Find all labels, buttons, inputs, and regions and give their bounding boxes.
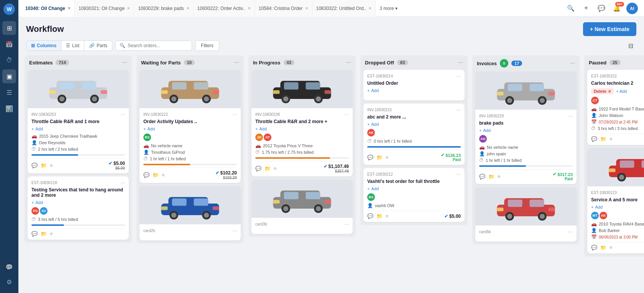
parts-view-button[interactable]: 🔗 Parts — [84, 41, 112, 51]
card-menu-button[interactable]: ··· — [344, 111, 349, 117]
search-input[interactable] — [128, 43, 188, 48]
add-button[interactable]: + — [580, 3, 592, 14]
comment-icon[interactable]: 💬 — [143, 172, 150, 178]
comment-icon[interactable]: 💬 — [591, 136, 597, 142]
column-title: Waiting for Parts — [141, 60, 181, 66]
comment-icon[interactable]: 💬 — [31, 163, 38, 168]
card-menu-button[interactable]: ··· — [568, 229, 573, 235]
tab-5[interactable]: 10584: Cristina Order ✕ — [255, 0, 312, 17]
column-menu-button[interactable]: ··· — [570, 60, 575, 67]
svg-point-9 — [92, 96, 97, 101]
svg-rect-55 — [529, 84, 544, 91]
list-icon[interactable]: ≡ — [162, 172, 165, 178]
folder-icon[interactable]: 📁 — [488, 174, 495, 179]
folder-icon[interactable]: 📁 — [264, 166, 271, 171]
folder-icon[interactable]: 📁 — [600, 245, 606, 250]
sidebar-item-workflow[interactable]: ▣ — [2, 69, 16, 83]
card-menu-button[interactable]: ··· — [344, 221, 349, 227]
comment-icon[interactable]: 💬 — [255, 166, 261, 171]
tab-3-close[interactable]: ✕ — [186, 6, 189, 10]
comment-button[interactable]: 💬 — [596, 3, 607, 14]
delete-tag-close[interactable]: ✕ — [608, 89, 611, 94]
card-add-button[interactable]: + Add — [367, 186, 461, 191]
list-icon[interactable]: ≡ — [610, 245, 613, 250]
sidebar-item-calendar[interactable]: 📅 — [2, 37, 16, 51]
tab-2-label: 10830321: Oil Change — [79, 6, 125, 11]
column-menu-button[interactable]: ··· — [458, 59, 463, 66]
sidebar-item-chart[interactable]: 📊 — [2, 102, 16, 115]
layout-options-button[interactable]: ⊟ — [625, 40, 636, 51]
svg-rect-54 — [508, 84, 522, 91]
list-icon[interactable]: ≡ — [386, 155, 389, 160]
user-avatar[interactable]: AI — [626, 3, 638, 14]
tab-4-close[interactable]: ✕ — [248, 6, 251, 10]
card-add-button[interactable]: + Add — [367, 88, 461, 93]
card-menu-button[interactable]: ··· — [456, 73, 461, 79]
folder-icon[interactable]: 📁 — [376, 213, 383, 219]
sidebar-item-list[interactable]: ☰ — [2, 86, 16, 99]
card-menu-button[interactable]: ··· — [568, 113, 573, 119]
card-add-button[interactable]: + Add — [31, 127, 125, 131]
tab-2-close[interactable]: ✕ — [127, 6, 130, 10]
new-estimate-button[interactable]: + New Estimate — [583, 22, 636, 36]
card-footer: 💬 📁 ≡ ✔$5.00 $5.00 — [31, 158, 125, 170]
card-menu-button[interactable]: ··· — [120, 179, 125, 186]
folder-icon[interactable]: 📁 — [153, 172, 159, 178]
sidebar-item-dashboard[interactable]: ⊞ — [2, 21, 16, 35]
add-tag-button[interactable]: + Add — [616, 89, 627, 94]
card-menu-button[interactable]: ··· — [456, 107, 461, 113]
card-menu-button[interactable]: ··· — [232, 227, 237, 234]
list-icon[interactable]: ≡ — [498, 174, 501, 179]
columns-view-button[interactable]: ⊞ Columns — [26, 41, 61, 51]
svg-rect-71 — [549, 207, 555, 211]
sidebar-item-chat[interactable]: 💬 — [2, 260, 16, 274]
folder-icon[interactable]: 📁 — [41, 163, 47, 168]
sidebar-item-clock[interactable]: ⏱ — [2, 53, 16, 67]
list-view-button[interactable]: ☰ List — [61, 41, 84, 51]
sidebar-item-settings[interactable]: ⚙ — [2, 275, 16, 289]
more-tabs-button[interactable]: 3 more ▾ — [376, 6, 401, 11]
card-menu-button[interactable]: ··· — [456, 171, 461, 177]
comment-icon[interactable]: 💬 — [31, 231, 38, 237]
card-menu-button[interactable]: ··· — [120, 111, 125, 117]
tab-2[interactable]: 10830321: Oil Change ✕ — [75, 0, 134, 17]
tab-6[interactable]: 10830322: Untitled Ord.. ✕ — [312, 0, 376, 17]
card-add-button[interactable]: + Add — [255, 127, 349, 131]
card-menu-button[interactable]: ··· — [232, 111, 237, 117]
list-icon[interactable]: ≡ — [610, 136, 613, 142]
card-add-button[interactable]: + Add — [31, 200, 125, 205]
card-add-button[interactable]: + Add — [367, 122, 461, 127]
column-menu-button[interactable]: ··· — [234, 59, 239, 66]
comment-icon[interactable]: 💬 — [591, 245, 597, 250]
column-title: Dropped Off — [365, 60, 394, 66]
tab-1[interactable]: 10340: Oil Change ✕ — [21, 0, 75, 17]
tab-3[interactable]: 10830229: brake pads ✕ — [134, 0, 193, 17]
list-icon[interactable]: ≡ — [50, 231, 53, 237]
folder-icon[interactable]: 📁 — [600, 136, 606, 142]
tab-5-close[interactable]: ✕ — [305, 6, 308, 10]
list-icon[interactable]: ≡ — [386, 213, 389, 219]
list-icon[interactable]: ≡ — [50, 163, 53, 168]
card-add-button[interactable]: + Add — [143, 127, 237, 131]
svg-point-47 — [283, 206, 288, 211]
column-menu-button[interactable]: ··· — [122, 59, 127, 66]
column-menu-button[interactable]: ··· — [346, 59, 351, 66]
tab-6-close[interactable]: ✕ — [368, 6, 371, 10]
folder-icon[interactable]: 📁 — [41, 231, 47, 237]
filters-button[interactable]: Filters — [195, 40, 219, 51]
notification-button[interactable]: 🔔 99+ — [611, 3, 623, 14]
list-icon[interactable]: ≡ — [274, 166, 277, 171]
comment-icon[interactable]: 💬 — [479, 174, 485, 179]
card-add-button[interactable]: + Add — [479, 128, 573, 133]
app-logo[interactable]: W — [3, 3, 15, 15]
card-image — [140, 186, 241, 224]
tab-4[interactable]: 10830222: Order Activ.. ✕ — [194, 0, 255, 17]
svg-point-67 — [507, 214, 512, 219]
card-add-button[interactable]: + Add — [591, 205, 644, 209]
search-button[interactable]: 🔍 — [565, 3, 577, 14]
comment-icon[interactable]: 💬 — [367, 213, 373, 219]
column-header: Waiting for Parts 10 ··· — [136, 55, 244, 70]
tab-1-close[interactable]: ✕ — [67, 6, 71, 10]
comment-icon[interactable]: 💬 — [367, 155, 373, 160]
folder-icon[interactable]: 📁 — [376, 155, 383, 160]
